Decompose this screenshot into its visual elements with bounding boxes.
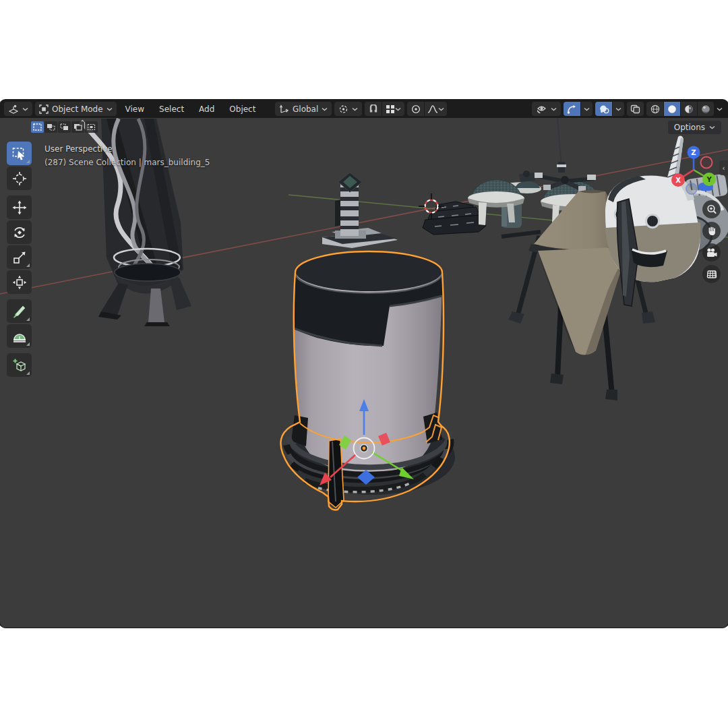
editor-type-button[interactable] [4, 102, 32, 116]
nav-axis-z-neg[interactable] [686, 183, 697, 194]
scale-icon [12, 250, 27, 265]
zoom-icon [706, 204, 717, 215]
options-button[interactable]: Options [668, 121, 721, 134]
xray-icon [630, 104, 640, 114]
add-cube-icon [12, 358, 27, 373]
object-origin-dot [363, 447, 366, 450]
chevron-down-icon [584, 107, 590, 111]
scene-canvas[interactable]: Z Y X [0, 118, 728, 628]
pivot-point-icon [338, 104, 348, 114]
shading-solid-button[interactable] [663, 102, 680, 116]
toolbar [7, 142, 32, 377]
options-label: Options [674, 123, 705, 132]
tool-cursor[interactable] [7, 166, 32, 190]
menu-add[interactable]: Add [193, 100, 220, 118]
mode-selector[interactable]: Object Mode [35, 102, 117, 116]
chevron-down-icon [709, 125, 715, 129]
visibility-eye-icon [536, 104, 547, 114]
transform-orientation-selector[interactable]: Global [275, 102, 332, 116]
select-mode-extend-button[interactable] [44, 121, 57, 133]
tool-rotate[interactable] [7, 220, 32, 244]
select-mode-new-button[interactable] [31, 121, 44, 133]
menu-object[interactable]: Object [223, 100, 262, 118]
svg-text:X: X [675, 177, 681, 184]
editor-type-icon [8, 104, 19, 114]
chevron-down-icon [352, 107, 358, 111]
nav-axis-z[interactable]: Z [688, 146, 700, 159]
overlays-settings[interactable] [612, 102, 624, 116]
chevron-down-icon [438, 107, 444, 111]
nav-axis-x-neg[interactable] [701, 157, 712, 169]
zoom-button[interactable] [702, 200, 721, 218]
chevron-down-icon [615, 107, 621, 111]
viewport-nav-buttons [702, 200, 721, 283]
snap-settings[interactable] [382, 102, 404, 116]
grid-view-icon [706, 269, 717, 280]
orientation-axes-icon [279, 104, 289, 114]
tool-transform[interactable] [7, 270, 32, 294]
mode-label: Object Mode [52, 104, 103, 114]
sidebar-toggle[interactable]: ‹ [719, 160, 728, 175]
perspective-grid-button[interactable] [702, 265, 721, 283]
shading-settings-chevron[interactable] [717, 107, 723, 111]
viewport-3d[interactable]: Z Y X [0, 118, 728, 628]
chevron-down-icon [107, 107, 113, 111]
menu-view[interactable]: View [119, 100, 150, 118]
sidebar-toggle-arrow: ‹ [722, 164, 725, 173]
gizmo-settings[interactable] [580, 102, 593, 116]
select-mode-subtract-button[interactable] [58, 121, 71, 133]
material-shading-icon [684, 104, 694, 114]
chevron-down-icon [322, 107, 328, 111]
select-box-icon [12, 147, 27, 160]
tool-move[interactable] [7, 195, 32, 219]
chevron-down-icon [395, 107, 401, 111]
pivot-point-selector[interactable] [334, 102, 362, 116]
falloff-curve-icon [427, 104, 438, 114]
snap-grid-icon [386, 104, 395, 114]
pan-hand-icon [706, 226, 717, 237]
transform-icon [12, 275, 27, 290]
svg-text:Z: Z [691, 149, 696, 156]
object-cargo-blocks[interactable] [423, 202, 486, 235]
object-comm-tower[interactable] [322, 173, 398, 248]
show-overlays-toggle[interactable] [595, 102, 612, 116]
move-icon [12, 200, 27, 215]
camera-view-icon [706, 247, 717, 258]
select-mode-intersect-button[interactable] [85, 121, 98, 133]
object-visibility-selector[interactable] [532, 102, 561, 116]
rendered-shading-icon [701, 104, 710, 114]
snap-toggle[interactable] [365, 102, 382, 116]
select-subtract-icon [60, 123, 69, 131]
shading-material-button[interactable] [680, 102, 697, 116]
nav-axis-x[interactable]: X [671, 173, 685, 187]
nav-axis-y[interactable]: Y [702, 173, 716, 186]
shading-rendered-button[interactable] [697, 102, 714, 116]
tool-select-box[interactable] [7, 142, 32, 165]
object-mars-building-5-selected[interactable] [280, 251, 455, 510]
wireframe-shading-icon [650, 104, 660, 114]
measure-icon [12, 329, 27, 344]
viewport-header: Object Mode View Select Add Object Globa… [0, 100, 728, 118]
show-gizmo-toggle[interactable] [564, 102, 580, 116]
object-spiral-tower[interactable] [81, 119, 191, 326]
xray-toggle[interactable] [627, 102, 644, 116]
select-mode-invert-button[interactable] [71, 121, 84, 133]
tool-scale[interactable] [7, 245, 32, 269]
tool-annotate[interactable] [7, 299, 32, 323]
proportional-icon [411, 104, 421, 114]
svg-text:Y: Y [706, 176, 712, 183]
tool-add-cube[interactable] [7, 353, 32, 377]
pan-button[interactable] [702, 222, 721, 240]
shading-wireframe-button[interactable] [646, 102, 663, 116]
tool-measure[interactable] [7, 324, 32, 348]
solid-shading-icon [667, 104, 677, 114]
camera-view-button[interactable] [702, 243, 721, 262]
gizmo-arc-icon [567, 104, 577, 114]
select-intersect-icon [87, 123, 96, 131]
proportional-falloff[interactable] [424, 102, 447, 116]
menu-select[interactable]: Select [153, 100, 190, 118]
tool-settings-bar: Options [0, 121, 728, 135]
chevron-down-icon [551, 107, 557, 111]
select-invert-icon [73, 123, 82, 131]
proportional-editing-toggle[interactable] [407, 102, 424, 116]
